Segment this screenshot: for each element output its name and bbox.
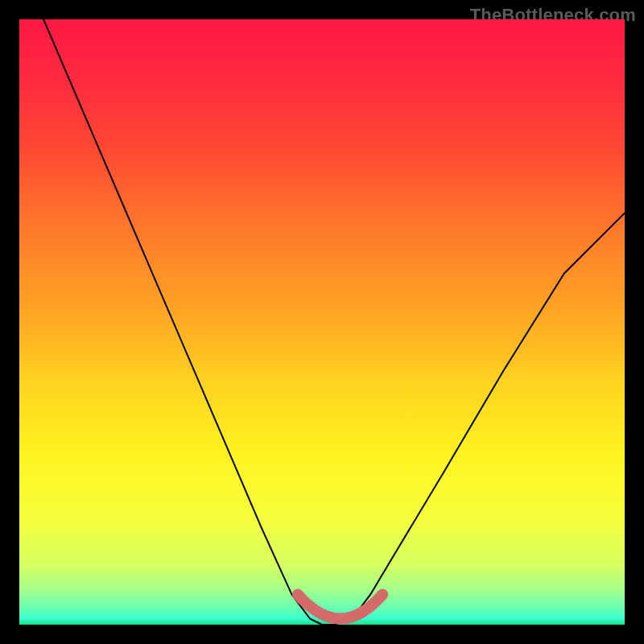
plot-svg	[19, 19, 625, 625]
chart-stage: TheBottleneck.com	[0, 0, 644, 644]
plot-area	[19, 19, 625, 625]
